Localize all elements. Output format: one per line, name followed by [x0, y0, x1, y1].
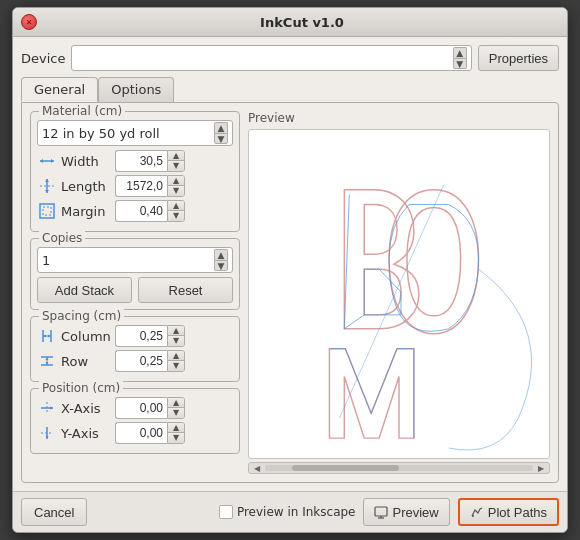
row-icon — [37, 351, 57, 371]
preview-inkscape-checkbox[interactable] — [219, 505, 233, 519]
copies-group-label: Copies — [39, 231, 85, 245]
width-up[interactable]: ▲ — [168, 151, 184, 161]
width-label: Width — [61, 154, 111, 169]
close-button[interactable] — [21, 14, 37, 30]
yaxis-label: Y-Axis — [61, 426, 111, 441]
svg-rect-26 — [375, 507, 387, 516]
margin-row: Margin ▲ ▼ — [37, 200, 233, 222]
length-up[interactable]: ▲ — [168, 176, 184, 186]
length-down[interactable]: ▼ — [168, 186, 184, 196]
device-spinbox-arrows[interactable]: ▲ ▼ — [453, 47, 467, 69]
roll-combo-arrows[interactable]: ▲ ▼ — [214, 122, 228, 144]
main-window: InkCut v1.0 Device ▲ ▼ Properties Genera… — [12, 7, 568, 533]
properties-button[interactable]: Properties — [478, 45, 559, 71]
device-down-arrow[interactable]: ▼ — [453, 58, 467, 69]
plot-paths-button[interactable]: Plot Paths — [458, 498, 559, 526]
preview-scrollbar[interactable]: ◀ ▶ — [248, 462, 550, 474]
length-input[interactable] — [115, 175, 167, 197]
right-panel: Preview — [248, 111, 550, 474]
material-group-label: Material (cm) — [39, 104, 125, 118]
reset-button[interactable]: Reset — [138, 277, 233, 303]
add-stack-button[interactable]: Add Stack — [37, 277, 132, 303]
svg-line-25 — [339, 185, 443, 419]
spacing-group-label: Spacing (cm) — [39, 309, 124, 323]
width-spinbox[interactable]: ▲ ▼ — [115, 150, 185, 172]
svg-rect-7 — [40, 204, 54, 218]
svg-marker-4 — [45, 179, 49, 182]
yaxis-down[interactable]: ▼ — [168, 433, 184, 443]
material-roll-combo[interactable]: 12 in by 50 yd roll ▲ ▼ — [37, 120, 233, 146]
row-row: Row ▲ ▼ — [37, 350, 233, 372]
row-down[interactable]: ▼ — [168, 361, 184, 371]
row-up[interactable]: ▲ — [168, 351, 184, 361]
device-row: Device ▲ ▼ Properties — [21, 45, 559, 71]
column-spinbox[interactable]: ▲ ▼ — [115, 325, 185, 347]
length-label: Length — [61, 179, 111, 194]
material-group-content: 12 in by 50 yd roll ▲ ▼ — [37, 120, 233, 222]
length-arrows: ▲ ▼ — [167, 175, 185, 197]
svg-marker-1 — [40, 159, 43, 163]
yaxis-arrows: ▲ ▼ — [167, 422, 185, 444]
row-arrows: ▲ ▼ — [167, 350, 185, 372]
tab-panel: Material (cm) 12 in by 50 yd roll ▲ ▼ — [21, 102, 559, 483]
copies-value: 1 — [42, 253, 50, 268]
preview-icon — [374, 505, 388, 519]
tab-options[interactable]: Options — [98, 77, 174, 102]
copies-btn-row: Add Stack Reset — [37, 277, 233, 303]
roll-up-arrow[interactable]: ▲ — [214, 122, 228, 133]
row-input[interactable] — [115, 350, 167, 372]
margin-icon — [37, 201, 57, 221]
yaxis-spinbox[interactable]: ▲ ▼ — [115, 422, 185, 444]
scroll-left-arrow[interactable]: ◀ — [251, 462, 263, 474]
device-combo[interactable]: ▲ ▼ — [71, 45, 471, 71]
column-up[interactable]: ▲ — [168, 326, 184, 336]
material-group: Material (cm) 12 in by 50 yd roll ▲ ▼ — [30, 111, 240, 232]
xaxis-input[interactable] — [115, 397, 167, 419]
tab-general[interactable]: General — [21, 77, 98, 102]
margin-up[interactable]: ▲ — [168, 201, 184, 211]
svg-marker-2 — [51, 159, 54, 163]
column-row: Column ▲ ▼ — [37, 325, 233, 347]
margin-down[interactable]: ▼ — [168, 211, 184, 221]
row-spinbox[interactable]: ▲ ▼ — [115, 350, 185, 372]
svg-marker-5 — [45, 190, 49, 193]
copies-group-content: 1 ▲ ▼ Add Stack Reset — [37, 247, 233, 303]
length-spinbox[interactable]: ▲ ▼ — [115, 175, 185, 197]
column-down[interactable]: ▼ — [168, 336, 184, 346]
copies-up-arrow[interactable]: ▲ — [214, 249, 228, 260]
xaxis-spinbox[interactable]: ▲ ▼ — [115, 397, 185, 419]
copies-combo[interactable]: 1 ▲ ▼ — [37, 247, 233, 273]
preview-inkscape-label: Preview in Inkscape — [237, 505, 356, 519]
yaxis-input[interactable] — [115, 422, 167, 444]
length-icon — [37, 176, 57, 196]
roll-down-arrow[interactable]: ▼ — [214, 133, 228, 144]
width-down[interactable]: ▼ — [168, 161, 184, 171]
cancel-button[interactable]: Cancel — [21, 498, 87, 526]
width-icon — [37, 151, 57, 171]
width-input[interactable] — [115, 150, 167, 172]
left-panel: Material (cm) 12 in by 50 yd roll ▲ ▼ — [30, 111, 240, 474]
copies-down-arrow[interactable]: ▼ — [214, 260, 228, 271]
scroll-right-arrow[interactable]: ▶ — [535, 462, 547, 474]
tabs-row: General Options — [21, 77, 559, 102]
preview-button[interactable]: Preview — [363, 498, 449, 526]
yaxis-up[interactable]: ▲ — [168, 423, 184, 433]
scrollbar-track[interactable] — [265, 465, 533, 471]
width-row: Width ▲ ▼ — [37, 150, 233, 172]
scrollbar-thumb[interactable] — [292, 465, 399, 471]
column-input[interactable] — [115, 325, 167, 347]
xaxis-label: X-Axis — [61, 401, 111, 416]
column-label: Column — [61, 329, 111, 344]
device-up-arrow[interactable]: ▲ — [453, 47, 467, 58]
copies-combo-arrows[interactable]: ▲ ▼ — [214, 249, 228, 271]
row-label: Row — [61, 354, 111, 369]
svg-rect-8 — [43, 207, 51, 215]
xaxis-down[interactable]: ▼ — [168, 408, 184, 418]
xaxis-up[interactable]: ▲ — [168, 398, 184, 408]
svg-marker-20 — [50, 407, 53, 410]
margin-input[interactable] — [115, 200, 167, 222]
yaxis-icon — [37, 423, 57, 443]
spacing-group: Spacing (cm) — [30, 316, 240, 382]
position-group: Position (cm) X-Axis — [30, 388, 240, 454]
margin-spinbox[interactable]: ▲ ▼ — [115, 200, 185, 222]
